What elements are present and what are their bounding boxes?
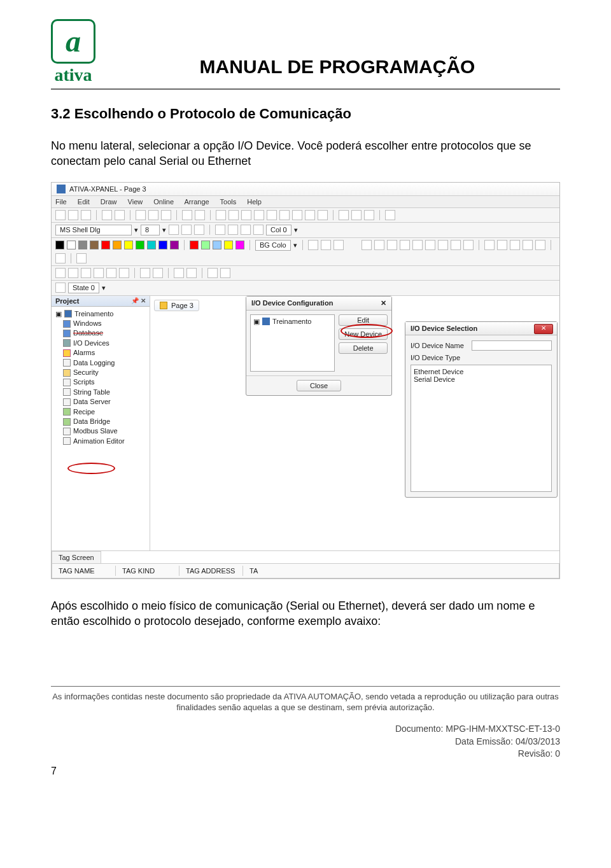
tree-anim[interactable]: Animation Editor	[73, 437, 125, 446]
swatch-brown[interactable]	[90, 241, 99, 249]
swatch-lgreen[interactable]	[201, 241, 210, 249]
curve-icon[interactable]	[438, 240, 448, 250]
new-device-button[interactable]: New Device	[339, 328, 388, 340]
align-m-icon[interactable]	[106, 268, 116, 278]
tree-dataserver[interactable]: Data Server	[73, 397, 111, 407]
menu-tools[interactable]: Tools	[220, 198, 237, 206]
swatch-lblue[interactable]	[213, 241, 221, 249]
swatch-white[interactable]	[67, 241, 76, 249]
rect-icon[interactable]	[387, 240, 397, 250]
tree-stringtable[interactable]: String Table	[73, 388, 110, 397]
refresh-icon[interactable]	[55, 283, 66, 293]
tool4-icon[interactable]	[254, 210, 264, 220]
project-tree[interactable]: ▣Treinamento Windows Database I/O Device…	[52, 307, 150, 449]
swatch-gray[interactable]	[78, 241, 87, 249]
lib2-icon[interactable]	[497, 240, 507, 250]
tool8-icon[interactable]	[305, 210, 315, 220]
tree-windows[interactable]: Windows	[73, 319, 102, 328]
io-dialog-item[interactable]: Treinamento	[272, 318, 311, 325]
cut-icon[interactable]	[136, 210, 146, 220]
swatch-green[interactable]	[136, 241, 144, 249]
grid-icon[interactable]	[216, 210, 226, 220]
shape-icon[interactable]	[451, 240, 461, 250]
sameh-icon[interactable]	[174, 268, 184, 278]
tree-root[interactable]: Treinamento	[74, 309, 113, 319]
tool9-icon[interactable]	[318, 210, 328, 220]
tool-icon[interactable]	[195, 210, 205, 220]
menu-help[interactable]: Help	[247, 198, 262, 206]
dist-h-icon[interactable]	[140, 268, 150, 278]
open-icon[interactable]	[68, 210, 78, 220]
print-icon[interactable]	[102, 210, 112, 220]
checker-icon[interactable]	[334, 240, 344, 250]
pin-icon[interactable]: 📌 ✕	[131, 297, 146, 304]
io-dialog-list[interactable]: ▣Treinamento	[250, 314, 335, 372]
preview-icon[interactable]	[115, 210, 125, 220]
help-icon[interactable]	[385, 210, 395, 220]
italic-icon[interactable]	[194, 225, 204, 235]
line-icon[interactable]	[374, 240, 384, 250]
tool6-icon[interactable]	[279, 210, 290, 220]
font-size-combo[interactable]: 8	[141, 225, 160, 235]
align-t-icon[interactable]	[94, 268, 104, 278]
menu-file[interactable]: File	[55, 198, 67, 206]
edit-button[interactable]: Edit	[339, 314, 388, 326]
arc-icon[interactable]	[412, 240, 423, 250]
tool7-icon[interactable]	[292, 210, 302, 220]
type-serial[interactable]: Serial Device	[414, 375, 549, 383]
tree-datalogging[interactable]: Data Logging	[73, 358, 115, 368]
tree-databridge[interactable]: Data Bridge	[73, 417, 110, 426]
dist-v-icon[interactable]	[153, 268, 163, 278]
page-tab[interactable]: Page 3	[154, 300, 199, 311]
lib3-icon[interactable]	[510, 240, 520, 250]
swatch-red[interactable]	[101, 241, 110, 249]
swatch-yellow[interactable]	[124, 241, 133, 249]
align-stretch-icon[interactable]	[253, 225, 263, 235]
state-combo[interactable]: State 0	[68, 283, 99, 293]
text-box-icon[interactable]	[321, 240, 331, 250]
align-left-icon[interactable]	[215, 225, 225, 235]
swatch-blue[interactable]	[158, 241, 167, 249]
swatch-red2[interactable]	[190, 241, 199, 249]
align-l-icon[interactable]	[55, 268, 66, 278]
picture-icon[interactable]	[76, 253, 87, 263]
tree-alarms[interactable]: Alarms	[73, 348, 95, 358]
col-combo[interactable]: Col 0	[266, 225, 291, 235]
align-right-icon[interactable]	[241, 225, 251, 235]
swatch-orange[interactable]	[113, 241, 122, 249]
text-tool-icon[interactable]	[463, 240, 474, 250]
close-icon[interactable]: ✕	[534, 324, 553, 334]
menu-view[interactable]: View	[128, 198, 143, 206]
tool3-icon[interactable]	[241, 210, 251, 220]
upload-icon[interactable]	[364, 210, 374, 220]
font-name-combo[interactable]: MS Shell Dlg	[55, 225, 132, 235]
tree-iodevices[interactable]: I/O Devices	[73, 339, 109, 348]
menu-draw[interactable]: Draw	[101, 198, 117, 206]
swatch-cyan[interactable]	[147, 241, 156, 249]
paste-icon[interactable]	[161, 210, 171, 220]
type-ethernet[interactable]: Ethernet Device	[414, 368, 549, 375]
device-name-input[interactable]	[472, 340, 552, 351]
tree-security[interactable]: Security	[73, 368, 99, 377]
swatch-yellow2[interactable]	[224, 241, 233, 249]
lib1-icon[interactable]	[484, 240, 495, 250]
text-letter-icon[interactable]	[308, 240, 318, 250]
tool5-icon[interactable]	[267, 210, 277, 220]
swatch-black[interactable]	[55, 241, 64, 249]
copy-icon[interactable]	[148, 210, 158, 220]
close-button[interactable]: Close	[297, 380, 341, 391]
align-b-icon[interactable]	[119, 268, 129, 278]
new-icon[interactable]	[55, 210, 66, 220]
align-r-icon[interactable]	[81, 268, 91, 278]
device-type-list[interactable]: Ethernet Device Serial Device	[411, 365, 552, 492]
tree-database[interactable]: Database	[73, 328, 103, 338]
lib5-icon[interactable]	[535, 240, 545, 250]
align-c-icon[interactable]	[68, 268, 78, 278]
align-center-icon[interactable]	[228, 225, 238, 235]
lib4-icon[interactable]	[523, 240, 533, 250]
back-icon[interactable]	[220, 268, 230, 278]
menu-edit[interactable]: Edit	[78, 198, 90, 206]
swatch-purple[interactable]	[170, 241, 179, 249]
tree-scripts[interactable]: Scripts	[73, 377, 95, 387]
tree-modbus[interactable]: Modbus Slave	[73, 426, 118, 436]
